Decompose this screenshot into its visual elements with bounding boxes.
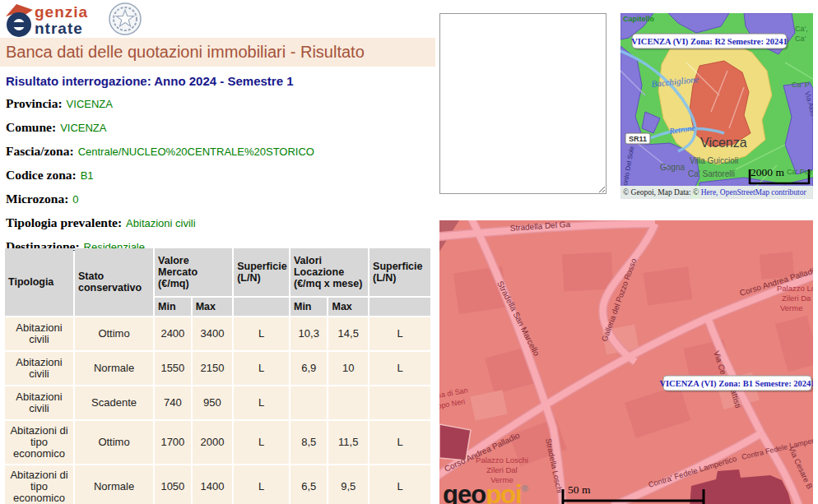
table-row: Abitazioni civili Normale 1550 2150 L 6,… <box>5 352 430 385</box>
map-red-zone <box>690 61 751 146</box>
city-label-vicenza: Vicenza <box>700 136 747 150</box>
logo-text-line1: genzia <box>35 3 88 21</box>
field-label: Fascia/zona: <box>6 144 74 158</box>
header-filler <box>369 298 430 316</box>
cell-superficie-1: L <box>234 386 289 419</box>
quotations-table: Tipologia Stato conservativo Valore Merc… <box>3 247 432 504</box>
cell-superficie-2: L <box>369 421 430 464</box>
place-label-ca-2: Ca' <box>795 35 806 43</box>
header-max-mercato: Max <box>193 298 233 316</box>
cell-locazione-min <box>290 386 328 419</box>
cell-tipologia: Abitazioni di tipo economico <box>5 421 73 464</box>
place-label-palazzo-right-1: Palazzo Lo <box>777 284 813 293</box>
cell-superficie-2: L <box>369 352 430 385</box>
geopoi-logo-geo: geo <box>443 480 486 504</box>
header-superficie-2: Superficie (L/N) <box>369 248 430 296</box>
map-attribution: © Geopoi, Map Data: © Here, OpenStreetMa… <box>620 186 813 199</box>
geopoi-logo-reg: ® <box>522 483 528 493</box>
table-row: Abitazioni civili Scadente 740 950 L <box>5 386 430 419</box>
cell-mercato-min: 1700 <box>155 421 191 464</box>
cell-mercato-max: 3400 <box>193 317 233 350</box>
cell-stato: Ottimo <box>75 317 153 350</box>
banner-title: Banca dati delle quotazioni immobiliari … <box>0 38 435 67</box>
cell-stato: Scadente <box>75 386 153 419</box>
header-valori-locazione: Valori Locazione (€/mq x mese) <box>290 248 368 296</box>
place-label-capitello: Capitello <box>623 15 655 23</box>
field-value: VICENZA <box>60 122 106 134</box>
cell-locazione-min: 10,3 <box>290 317 328 350</box>
field-value: Abitazioni civili <box>126 217 196 229</box>
zone-badge: VICENZA (VI) Zona: R2 Semestre: 20241 <box>631 34 788 50</box>
cell-locazione-min: 6,9 <box>290 352 328 385</box>
svg-text:geopoi®: geopoi® <box>443 480 528 504</box>
header-filler <box>234 298 289 316</box>
cell-mercato-max: 1400 <box>193 465 233 504</box>
place-label-ca-p: Ca' P <box>792 81 810 89</box>
cell-mercato-min: 1050 <box>155 465 191 504</box>
field-label: Microzona: <box>6 192 68 206</box>
page: genzia ntrate Banca dati delle quotazion… <box>0 0 818 504</box>
geopoi-logo: geopoi® <box>443 480 528 504</box>
cell-tipologia: Abitazioni civili <box>5 317 73 350</box>
header-stato-conservativo: Stato conservativo <box>75 248 153 316</box>
scale-label: 2000 m <box>751 166 784 178</box>
field-value: B1 <box>81 169 94 182</box>
cell-mercato-max: 2150 <box>193 352 233 385</box>
cell-locazione-min: 8,5 <box>290 421 328 464</box>
table-header-row: Tipologia Stato conservativo Valore Merc… <box>5 248 430 296</box>
header-max-locazione: Max <box>328 298 368 316</box>
field-tipologia-prevalente: Tipologia prevalente:Abitazioni civili <box>6 216 435 230</box>
cell-mercato-min: 1550 <box>155 352 191 385</box>
cell-mercato-min: 2400 <box>155 317 191 350</box>
cell-locazione-max <box>328 386 368 419</box>
cell-stato: Ottimo <box>75 421 153 464</box>
cell-superficie-1: L <box>234 317 289 350</box>
cell-tipologia: Abitazioni di tipo economico <box>5 465 73 504</box>
svg-text:VICENZA (VI) Zona: R2 Semestre: VICENZA (VI) Zona: R2 Semestre: 20241 <box>631 37 788 47</box>
attribution-links[interactable]: Here, OpenStreetMap contributor <box>701 188 807 197</box>
field-label: Tipologia prevalente: <box>6 215 122 229</box>
b1-street-map[interactable]: Stradella Del Ga Stradella San Marcello … <box>439 220 813 504</box>
header-valore-mercato: Valore Mercato (€/mq) <box>155 248 232 296</box>
field-label: Comune: <box>6 120 56 134</box>
cell-tipologia: Abitazioni civili <box>5 386 73 419</box>
attribution-text: © Geopoi, Map Data: © <box>623 188 701 197</box>
cell-mercato-max: 2000 <box>193 421 233 464</box>
svg-text:© Geopoi, Map Data: © Here, Op: © Geopoi, Map Data: © Here, OpenStreetMa… <box>623 188 806 197</box>
field-label: Provincia: <box>6 96 63 110</box>
cell-locazione-max: 11,5 <box>328 421 368 464</box>
field-fascia-zona: Fascia/zona:Centrale/NUCLEO%20CENTRALE%2… <box>6 145 435 159</box>
cell-stato: Normale <box>75 465 153 504</box>
table-row: Abitazioni di tipo economico Normale 105… <box>5 465 430 504</box>
zone-overview-map[interactable]: Capitello Ca', Ca' Ca' P Via Aldo M ordo… <box>620 13 813 199</box>
place-label-ca-sartorelli: Ca' Sartorelli <box>688 169 735 178</box>
result-info: Risultato interrogazione: Anno 2024 - Se… <box>6 74 435 264</box>
field-value: Centrale/NUCLEO%20CENTRALE%20STORICO <box>78 146 314 158</box>
table-row: Abitazioni civili Ottimo 2400 3400 L 10,… <box>5 317 430 350</box>
zone-badge: VICENZA (VI) Zona: B1 Semestre: 20241 <box>659 376 813 392</box>
page-title: Risultato interrogazione: Anno 2024 - Se… <box>6 74 435 88</box>
italy-emblem-icon <box>109 3 141 35</box>
cell-superficie-1: L <box>234 465 289 504</box>
svg-text:SR11: SR11 <box>629 135 647 143</box>
field-label: Codice zona: <box>6 168 77 182</box>
header-superficie-1: Superficie (L/N) <box>234 248 289 296</box>
header-min-locazione: Min <box>290 298 328 316</box>
field-comune: Comune:VICENZA <box>6 121 435 135</box>
logo-text-line2: ntrate <box>35 20 83 37</box>
place-label-gogna: Gogna <box>660 163 685 172</box>
cell-stato: Normale <box>75 352 153 385</box>
field-value: 0 <box>72 193 78 206</box>
cell-superficie-2: L <box>369 465 430 504</box>
place-label-palazzo-left-1: Palazzo Loschi <box>476 455 528 465</box>
agenzia-entrate-logo-icon: genzia ntrate <box>3 2 168 38</box>
table-row: Abitazioni di tipo economico Ottimo 1700… <box>5 421 430 464</box>
place-label-ca-poz: Ca' Poz <box>787 168 813 176</box>
svg-text:VICENZA (VI) Zona: B1 Semestre: VICENZA (VI) Zona: B1 Semestre: 20241 <box>659 379 813 389</box>
notes-textarea[interactable] <box>439 13 607 194</box>
scale-label: 50 m <box>568 483 591 496</box>
place-label-ca-1: Ca', <box>795 25 808 33</box>
cell-mercato-max: 950 <box>193 386 233 419</box>
cell-mercato-min: 740 <box>155 386 191 419</box>
header-min-mercato: Min <box>155 298 191 316</box>
